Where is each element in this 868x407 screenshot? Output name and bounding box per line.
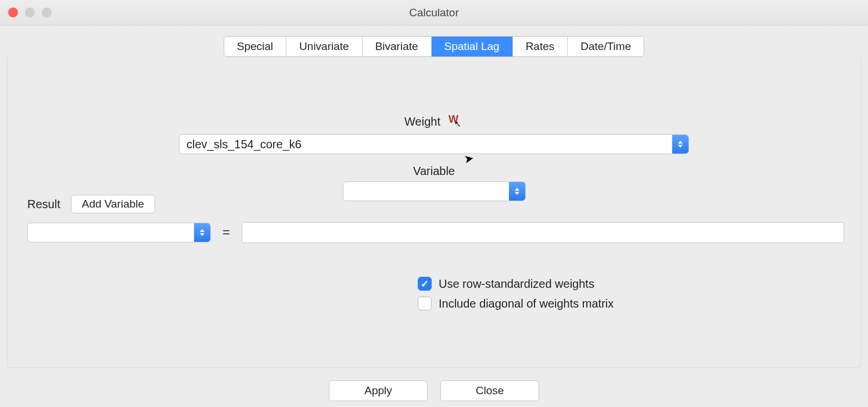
- formula-input[interactable]: [242, 222, 844, 243]
- options-section: Use row-standardized weights Include dia…: [418, 277, 614, 316]
- dropdown-icon: [672, 135, 688, 153]
- result-label: Result: [27, 198, 60, 211]
- content-panel: Weight W↖ clev_sls_154_core_k6 ➤ Variabl…: [7, 57, 861, 368]
- result-select[interactable]: [27, 223, 211, 242]
- formula-row: =: [27, 222, 844, 243]
- weights-manager-icon[interactable]: W↖: [449, 116, 464, 128]
- tab-univariate[interactable]: Univariate: [286, 37, 363, 56]
- weight-select-value: clev_sls_154_core_k6: [180, 138, 672, 151]
- apply-button[interactable]: Apply: [329, 380, 428, 401]
- weight-label: Weight: [404, 115, 440, 128]
- include-diagonal-checkbox[interactable]: [418, 297, 432, 310]
- window-title: Calculator: [0, 6, 868, 19]
- variable-label: Variable: [8, 165, 860, 178]
- tab-bivariate[interactable]: Bivariate: [363, 37, 432, 56]
- result-section: Result Add Variable: [27, 195, 155, 223]
- tab-bar: Special Univariate Bivariate Spatial Lag…: [0, 36, 868, 57]
- dialog-buttons: Apply Close: [0, 380, 868, 401]
- dropdown-icon: [194, 223, 210, 242]
- close-button[interactable]: Close: [440, 380, 539, 401]
- row-standardized-label: Use row-standardized weights: [439, 277, 594, 291]
- add-variable-button[interactable]: Add Variable: [71, 195, 155, 213]
- equals-sign: =: [223, 225, 230, 240]
- row-standardized-checkbox[interactable]: [418, 277, 432, 291]
- weight-select[interactable]: clev_sls_154_core_k6: [179, 134, 689, 154]
- include-diagonal-label: Include diagonal of weights matrix: [439, 297, 614, 310]
- tab-spatial-lag[interactable]: Spatial Lag: [432, 37, 513, 56]
- variable-select[interactable]: [343, 181, 526, 201]
- tab-datetime[interactable]: Date/Time: [568, 37, 644, 56]
- weight-section: Weight W↖ clev_sls_154_core_k6 ➤: [8, 115, 860, 154]
- tab-special[interactable]: Special: [224, 37, 286, 56]
- tab-rates[interactable]: Rates: [513, 37, 568, 56]
- dropdown-icon: [509, 182, 525, 201]
- titlebar: Calculator: [0, 0, 868, 26]
